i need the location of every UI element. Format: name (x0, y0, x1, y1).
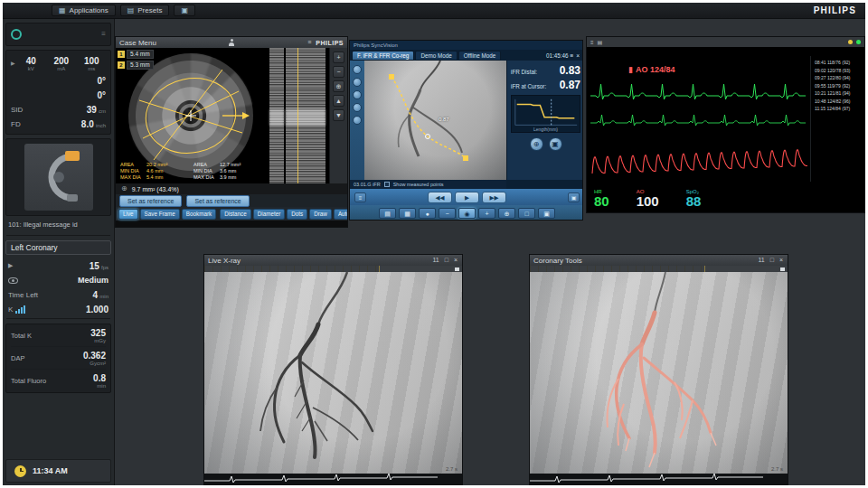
syncvision-menu-icon[interactable]: ≡ (569, 52, 574, 59)
fps-icon: ▶ (8, 262, 13, 269)
ma-value: 200 (47, 56, 75, 66)
syncvision-angio-viewport[interactable]: 0.87 (364, 61, 506, 180)
system-status-box: ≡ (5, 23, 111, 46)
applications-grid-icon: ▦ (59, 7, 66, 14)
sv-icon-button-3[interactable]: ● (419, 208, 436, 219)
procedure-selector[interactable]: Left Coronary (5, 240, 111, 255)
save-frame-button[interactable]: Save Frame (140, 209, 180, 220)
ivus-menu-icon[interactable]: ≡ (307, 38, 312, 47)
ivus-zoom-reset-button[interactable]: ⊕ (333, 80, 344, 92)
bookmark-1[interactable]: 1 5.4 mm (118, 50, 154, 59)
live-xray-timeline[interactable] (204, 266, 462, 272)
hemo-monitor-panel: ≡ ▤ ▮ AO 124/84 08:41 118/76 (92) 09:02 … (586, 36, 865, 213)
auto-borders-button[interactable]: Auto Borders (334, 209, 348, 220)
ivus-image-viewport[interactable]: 1 5.4 mm 2 5.3 mm + − ⊕ ▲ ▼ AREA20.2 mm²… (116, 48, 347, 183)
ivus-scroll-down-button[interactable]: ▼ (333, 109, 344, 121)
syncvision-close-icon[interactable]: × (575, 52, 580, 59)
rewind-button[interactable]: ◀◀ (428, 192, 452, 203)
coronary-tools-count: 11 (757, 256, 765, 265)
live-xray-viewport[interactable]: 2.7 s (204, 272, 462, 474)
sv-zoom-button[interactable]: ⊕ (530, 137, 543, 151)
live-xray-restore-icon[interactable]: □ (444, 256, 449, 265)
syncvision-transport-bar: ≡ ◀◀ ▶ ▶▶ ▣ (350, 189, 583, 205)
sv-tool-button-4[interactable] (353, 103, 362, 112)
play-button[interactable]: ▶ (455, 192, 479, 203)
bookmark-2[interactable]: 2 5.3 mm (118, 61, 154, 70)
sid-value: 39 (87, 105, 97, 115)
ifr-pullback-chart[interactable]: Length(mm) (511, 95, 580, 133)
bookmark-button[interactable]: Bookmark (182, 209, 216, 220)
status-menu-icon[interactable]: ≡ (101, 31, 106, 38)
sv-icon-button-1[interactable]: ▤ (379, 208, 396, 219)
dose-bars-icon (15, 305, 25, 314)
fps-cell: 15 fps (90, 261, 108, 271)
system-ready-icon (11, 29, 22, 40)
sv-snapshot-button[interactable]: ▣ (549, 137, 562, 151)
log-row: 11:15 124/84 (97) (815, 105, 863, 113)
k-value: 1.000 (86, 305, 108, 314)
sv-icon-button-6[interactable]: + (478, 208, 495, 219)
set-reference-button-1[interactable]: Set as reference (119, 195, 182, 207)
meas1-max-label: MAX DIA (120, 174, 144, 181)
system-message: 101: Illegal message id (5, 220, 111, 233)
coronary-tools-close-icon[interactable]: × (778, 256, 784, 265)
applications-button[interactable]: ▦ Applications (52, 5, 116, 16)
sv-icon-button-4[interactable]: − (439, 208, 456, 219)
sid-unit: cm (99, 108, 106, 114)
sv-icon-button-7[interactable]: ⊕ (498, 208, 515, 219)
coronary-tools-viewport[interactable]: 2.7 s (530, 272, 788, 474)
hemo-display[interactable]: ▮ AO 124/84 08:41 118/76 (92) 09:02 120/… (587, 47, 864, 212)
total-k-row: Total K 325 mGy (11, 324, 106, 347)
dose-rate-row: K 1.000 (5, 302, 111, 316)
ivus-panel: Case Menu ≡ PHILIPS (115, 36, 348, 228)
live-xray-title-bar: Live X-ray 11 □ × (204, 255, 462, 266)
coronary-tools-restore-icon[interactable]: □ (769, 256, 775, 265)
screen-layout-button[interactable]: ▣ (174, 5, 195, 16)
sv-eye-button[interactable]: ◉ (458, 208, 476, 219)
ivus-zoom-in-button[interactable]: + (333, 52, 344, 63)
hr-value: 80 (594, 195, 609, 208)
diameter-button[interactable]: Diameter (253, 209, 286, 220)
show-points-checkbox[interactable] (384, 182, 390, 187)
dap-label: DAP (11, 354, 24, 362)
ivus-scroll-up-button[interactable]: ▲ (333, 95, 344, 107)
ivus-zoom-out-button[interactable]: − (333, 66, 344, 78)
dots-button[interactable]: Dots (287, 209, 307, 220)
timeline-empty (705, 266, 788, 272)
ivus-summary-value: 9.7 mm² (43.4%) (132, 186, 179, 192)
hemo-layout-icon[interactable]: ▤ (598, 39, 603, 46)
sv-icon-button-9[interactable]: ▣ (538, 208, 555, 219)
time-left-value: 4 (93, 290, 99, 300)
distance-button[interactable]: Distance (220, 209, 251, 220)
sv-tool-button-2[interactable] (353, 78, 362, 87)
transport-snapshot-button[interactable]: ▣ (568, 192, 580, 202)
ivus-longitudinal-view-1[interactable] (269, 48, 284, 183)
hemo-menu-icon[interactable]: ≡ (590, 39, 594, 46)
ivus-cross-section[interactable] (128, 53, 253, 178)
tab-ifr-coreg[interactable]: F. iFR & FFR Co-reg (352, 51, 414, 61)
sv-tool-button-5[interactable] (353, 116, 362, 125)
total-fluoro-unit: min (93, 383, 106, 389)
coronary-tools-timeline[interactable] (530, 266, 788, 272)
live-button[interactable]: Live (118, 209, 138, 220)
timeline-filled (204, 266, 380, 272)
transport-menu-button[interactable]: ≡ (354, 192, 366, 202)
tab-offline-mode[interactable]: Offline Mode (458, 51, 502, 61)
ma-unit: mA (47, 66, 75, 71)
live-xray-close-icon[interactable]: × (453, 256, 458, 265)
meas1-min-label: MIN DIA (120, 168, 144, 174)
draw-button[interactable]: Draw (309, 209, 332, 220)
ivus-longitudinal-view-2[interactable] (286, 48, 326, 183)
sv-tool-button-3[interactable] (353, 90, 362, 99)
syncvision-app-name: Philips SyncVision (354, 42, 398, 48)
forward-button[interactable]: ▶▶ (482, 192, 506, 203)
tab-demo-mode[interactable]: Demo Mode (415, 51, 457, 61)
presets-button[interactable]: ▤ Presets (120, 5, 170, 16)
fluoro-flavour-eye-icon (8, 277, 18, 284)
total-fluoro-label: Total Fluoro (11, 377, 46, 385)
sv-icon-button-8[interactable]: □ (518, 208, 535, 219)
sv-icon-button-2[interactable]: ▦ (399, 208, 416, 219)
sv-tool-button-1[interactable] (353, 65, 362, 74)
coronary-highlight-svg (530, 272, 788, 474)
set-reference-button-2[interactable]: Set as reference (186, 195, 249, 207)
